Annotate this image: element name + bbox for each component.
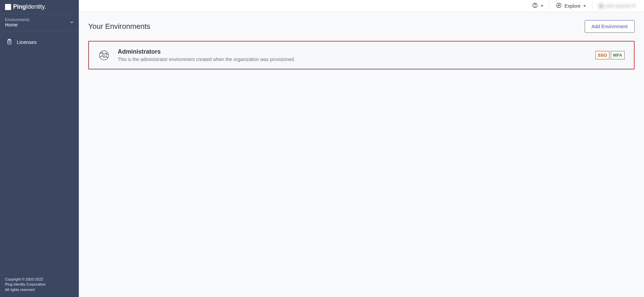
environment-title: Administrators [118, 48, 587, 55]
brand-logo[interactable]: PingIdentity. [0, 0, 79, 14]
logo-mark-icon [5, 4, 11, 10]
topbar: Explore user account [79, 0, 644, 12]
user-name: user account [606, 3, 631, 8]
svg-point-6 [556, 3, 561, 8]
caret-down-icon [583, 5, 586, 7]
environment-list: Administrators This is the administrator… [88, 41, 635, 69]
sidebar-nav: Licenses [0, 31, 79, 49]
sidebar: PingIdentity. Environments Home Licenses [0, 0, 79, 297]
footer-rights: All rights reserved [5, 287, 74, 292]
content: Your Environments Add Environment Admin [79, 12, 644, 77]
help-icon [532, 2, 538, 10]
caret-down-icon [633, 5, 635, 7]
environment-selector-value: Home [5, 22, 30, 27]
environment-card[interactable]: Administrators This is the administrator… [88, 41, 635, 69]
mfa-badge: MFA [611, 51, 625, 59]
sso-badge: SSO [595, 51, 609, 59]
user-menu[interactable]: user account [592, 0, 641, 12]
footer-copyright: Copyright © 2003-2022 [5, 277, 74, 282]
clipboard-icon [6, 39, 13, 45]
logo-text: PingIdentity. [13, 3, 46, 10]
content-header: Your Environments Add Environment [88, 20, 635, 33]
help-menu[interactable] [526, 0, 549, 12]
environment-selector-label: Environments [5, 17, 30, 22]
main: Explore user account Your Environments A… [79, 0, 644, 297]
sidebar-item-label: Licenses [17, 39, 37, 45]
sidebar-footer: Copyright © 2003-2022 Ping Identity Corp… [0, 272, 79, 297]
environment-selector[interactable]: Environments Home [0, 14, 79, 31]
svg-point-5 [535, 6, 535, 7]
environment-description: This is the administrator environment cr… [118, 57, 587, 62]
svg-marker-7 [558, 4, 560, 6]
sidebar-item-licenses[interactable]: Licenses [0, 35, 79, 49]
compass-icon [556, 2, 562, 10]
caret-down-icon [541, 5, 543, 7]
environment-info: Administrators This is the administrator… [118, 48, 587, 62]
globe-icon [98, 50, 110, 61]
explore-label: Explore [565, 3, 580, 9]
explore-menu[interactable]: Explore [550, 0, 592, 12]
footer-company: Ping Identity Corporation [5, 282, 74, 287]
environment-badges: SSO MFA [595, 51, 625, 59]
chevron-down-icon [70, 19, 74, 25]
avatar-icon [598, 3, 604, 9]
page-title: Your Environments [88, 22, 150, 31]
add-environment-button[interactable]: Add Environment [585, 20, 635, 33]
